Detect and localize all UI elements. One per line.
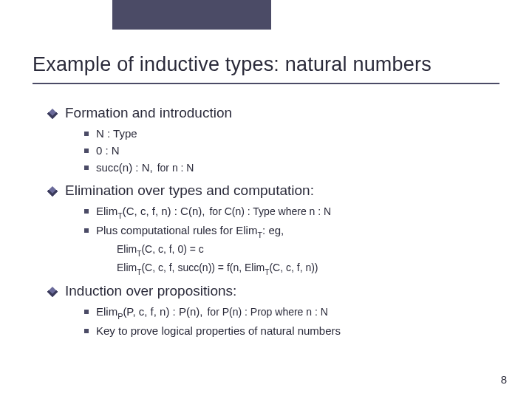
list-item: ElimP(P, c, f, n) : P(n),for P(n) : Prop… bbox=[84, 303, 492, 322]
title-underline bbox=[33, 83, 499, 84]
slide-title: Example of inductive types: natural numb… bbox=[33, 53, 432, 76]
item-main: ElimT(C, c, f, n) : C(n), bbox=[96, 205, 205, 217]
list-item: ElimT(C, c, f, n) : C(n),for C(n) : Type… bbox=[84, 202, 492, 222]
page-number: 8 bbox=[501, 373, 507, 386]
item-main: succ(n) : N, bbox=[96, 161, 153, 174]
diamond-bullet-icon bbox=[47, 287, 58, 297]
section-heading: Formation and introduction bbox=[49, 103, 492, 123]
list-item: 0 : N bbox=[84, 142, 492, 159]
item-note: for n : N bbox=[157, 162, 194, 174]
sub-item: ElimT(C, c, f, succ(n)) = f(n, ElimT(C, … bbox=[117, 260, 492, 277]
item-main: Plus computational rules for ElimT: eg, bbox=[96, 224, 284, 236]
square-bullet-icon bbox=[84, 228, 89, 233]
list-item: Key to prove logical properties of natur… bbox=[84, 322, 492, 339]
square-bullet-icon bbox=[84, 209, 89, 214]
diamond-bullet-icon bbox=[47, 109, 58, 119]
list-item: Plus computational rules for ElimT: eg, bbox=[84, 222, 492, 241]
square-bullet-icon bbox=[84, 132, 89, 136]
square-bullet-icon bbox=[84, 329, 89, 333]
item-main: ElimP(P, c, f, n) : P(n), bbox=[96, 305, 202, 318]
square-bullet-icon bbox=[84, 149, 89, 153]
item-main: N : Type bbox=[96, 127, 137, 140]
item-note: for P(n) : Prop where n : N bbox=[207, 306, 327, 318]
item-main: 0 : N bbox=[96, 144, 120, 157]
diamond-bullet-icon bbox=[47, 186, 58, 197]
section-heading: Elimination over types and computation: bbox=[49, 181, 492, 201]
sub-item: ElimT(C, c, f, 0) = c bbox=[117, 242, 492, 259]
slide: Example of inductive types: natural numb… bbox=[0, 0, 532, 399]
heading-text: Induction over propositions: bbox=[65, 283, 236, 299]
list-item: N : Type bbox=[84, 125, 492, 142]
item-note: for C(n) : Type where n : N bbox=[209, 205, 331, 217]
list-item: succ(n) : N,for n : N bbox=[84, 159, 492, 177]
item-main: Key to prove logical properties of natur… bbox=[96, 324, 341, 337]
heading-text: Formation and introduction bbox=[65, 105, 232, 120]
square-bullet-icon bbox=[84, 310, 89, 314]
slide-content: Formation and introduction N : Type 0 : … bbox=[49, 99, 492, 339]
section-heading: Induction over propositions: bbox=[49, 282, 492, 301]
square-bullet-icon bbox=[84, 166, 89, 170]
heading-text: Elimination over types and computation: bbox=[65, 183, 314, 198]
